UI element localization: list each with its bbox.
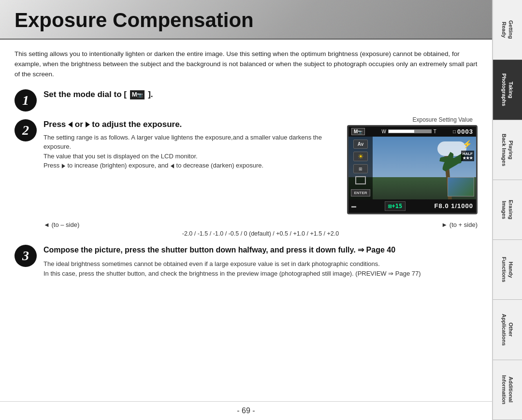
cam-quality: HALF ★★★ [461,151,474,161]
cam-mode-badge: M📷 [351,128,365,135]
mode-badge: M📷 [130,90,145,99]
step-1-title: Set the mode dial to [ M📷 ]. [44,89,478,100]
cam-wb-bar: W T [381,129,436,134]
sidebar-tab-playing-back[interactable]: PlayingBack Images [493,120,522,180]
sidebar-tab-handy[interactable]: HandyFunctions [493,240,522,300]
cam-square-btn [355,176,366,184]
sidebar-tab-additional[interactable]: AdditionalInformation [493,360,522,420]
step-3-number: 3 [14,245,37,267]
intro-text: This setting allows you to intentionally… [14,49,478,80]
right-arrow-label: ► (to + side) [441,221,478,228]
cam-right-overlay: ⚡ HALF ★★★ [461,140,474,161]
camera-screen: M📷 W T □ 0003 [347,125,478,214]
sidebar-tab-other[interactable]: OtherApplications [493,300,522,360]
step-2-number: 2 [14,119,37,141]
step-3-title: Compose the picture, press the shutter b… [44,245,478,255]
right-arrow-small-icon [62,164,65,168]
step-2: 2 Press or to adjust the exposure. The s… [14,119,478,237]
step-1: 1 Set the mode dial to [ M📷 ]. [14,89,478,112]
cam-frame-count: 0003 [457,128,473,135]
sidebar-tab-taking-photos[interactable]: TakingPhotographs [493,60,522,120]
sidebar: GettingReady TakingPhotographs PlayingBa… [492,0,522,420]
main-content: Exposure Compensation This setting allow… [0,0,492,420]
camera-top-bar: M📷 W T □ 0003 [348,126,476,137]
step-2-content: Press or to adjust the exposure. The set… [44,119,478,237]
right-arrow-icon [86,122,90,127]
ev-range: -2.0 / -1.5 / -1.0 / -0.5 / 0 (default) … [44,230,478,237]
sidebar-tab-erasing[interactable]: ErasingImages [493,180,522,240]
cam-face-btn: ⊞ [353,164,368,174]
cam-mode-area: M📷 [351,128,365,135]
step-3: 3 Compose the picture, press the shutter… [14,245,478,278]
page-header: Exposure Compensation [0,0,492,40]
sun-icon: ☀ [358,153,364,160]
cam-bottom-bar: ▬ ⊠+15 F8.0 1/1000 [348,199,476,213]
cam-frame-area: □ 0003 [453,128,473,135]
step-3-desc: The ideal brightness sometimes cannot be… [44,259,478,278]
left-arrow-icon [68,122,72,127]
page-title: Exposure Compensation [14,9,478,32]
cam-av-btn: Av [353,140,368,149]
page-number: - 69 - [237,406,255,415]
step-1-content: Set the mode dial to [ M📷 ]. [44,89,478,103]
cam-thumbnail [448,177,474,196]
left-arrow-small-icon [171,164,174,168]
sidebar-tab-getting-ready[interactable]: GettingReady [493,0,522,60]
step-1-number: 1 [14,89,37,112]
cam-enter-btn: ENTER [351,189,370,196]
step-2-text: Press or to adjust the exposure. The set… [44,119,337,214]
page-footer: - 69 - [0,401,492,420]
cam-sun-btn: ☀ [353,152,368,161]
step-2-desc: The setting range is as follows. A large… [44,133,337,170]
camera-display: Exposure Setting Value M📷 W T [347,114,478,214]
content-area: This setting allows you to intentionally… [0,40,492,401]
step-3-content: Compose the picture, press the shutter b… [44,245,478,278]
cam-flash-icon: ⚡ [463,140,472,149]
cam-ev-value: ⊠+15 [385,201,406,211]
cam-left-panel: Av ☀ ⊞ ENTER [348,137,373,199]
step-2-title: Press or to adjust the exposure. [44,119,337,130]
arrow-indicators: ◄ (to – side) ► (to + side) [44,221,478,228]
cam-scene: Av ☀ ⊞ ENTER [348,137,476,199]
exposure-label: Exposure Setting Value [347,116,473,123]
step-2-layout: Press or to adjust the exposure. The set… [44,119,478,214]
left-arrow-label: ◄ (to – side) [44,221,79,228]
cam-fstop: F8.0 1/1000 [435,202,473,210]
wb-track [388,129,432,133]
